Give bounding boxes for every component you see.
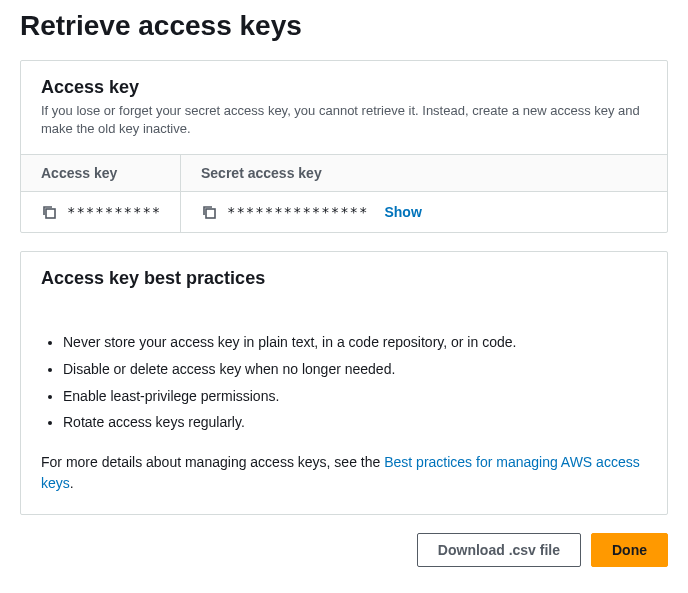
access-key-panel-header: Access key If you lose or forget your se… (21, 61, 667, 155)
access-key-value: ********** (67, 204, 161, 220)
svg-rect-0 (46, 209, 55, 218)
list-item: Enable least-privilege permissions. (63, 383, 647, 410)
list-item: Rotate access keys regularly. (63, 409, 647, 436)
secret-access-key-value: *************** (227, 204, 368, 220)
best-practices-panel: Access key best practices Never store yo… (20, 251, 668, 514)
best-practices-title: Access key best practices (41, 268, 647, 289)
svg-rect-1 (206, 209, 215, 218)
page-title: Retrieve access keys (20, 10, 668, 42)
best-practices-body: Never store your access key in plain tex… (21, 309, 667, 513)
copy-icon[interactable] (41, 204, 57, 220)
done-button[interactable]: Done (591, 533, 668, 567)
copy-icon[interactable] (201, 204, 217, 220)
download-csv-button[interactable]: Download .csv file (417, 533, 581, 567)
list-item: Never store your access key in plain tex… (63, 329, 647, 356)
best-practices-header: Access key best practices (21, 252, 667, 309)
access-key-table-header: Access key Secret access key (21, 155, 667, 192)
access-key-panel: Access key If you lose or forget your se… (20, 60, 668, 233)
best-practices-footer: For more details about managing access k… (41, 452, 647, 494)
show-secret-link[interactable]: Show (384, 204, 421, 220)
access-key-panel-description: If you lose or forget your secret access… (41, 102, 647, 138)
access-key-column-header: Access key (21, 155, 181, 191)
list-item: Disable or delete access key when no lon… (63, 356, 647, 383)
action-bar: Download .csv file Done (20, 533, 668, 567)
secret-access-key-cell: *************** Show (181, 192, 667, 232)
access-key-panel-title: Access key (41, 77, 647, 98)
footer-suffix: . (70, 475, 74, 491)
secret-access-key-column-header: Secret access key (181, 155, 667, 191)
footer-prefix: For more details about managing access k… (41, 454, 384, 470)
best-practices-list: Never store your access key in plain tex… (41, 329, 647, 435)
access-key-cell: ********** (21, 192, 181, 232)
access-key-table-row: ********** *************** Show (21, 192, 667, 232)
